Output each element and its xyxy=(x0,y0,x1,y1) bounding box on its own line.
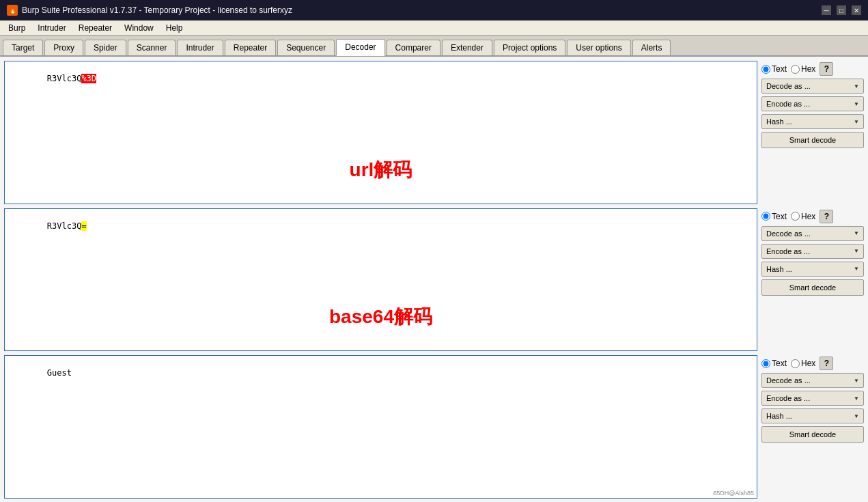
text-content-1[interactable]: R3Vlc3Q%3D xyxy=(8,64,754,93)
decoder-row-3: Guest 65DH@Alsh85 Text Hex ? Decode as .… xyxy=(4,355,864,499)
menu-item-intruder[interactable]: Intruder xyxy=(32,22,71,34)
radio-text-1[interactable]: Text xyxy=(761,64,787,74)
decoder-row-2: R3Vlc3Q= base64解码 Text Hex ? Decode as .… xyxy=(4,208,864,352)
smart-decode-button-3[interactable]: Smart decode xyxy=(761,426,864,443)
tab-alerts[interactable]: Alerts xyxy=(632,40,671,55)
help-button-2[interactable]: ? xyxy=(820,210,833,223)
annotation-1: url解码 xyxy=(350,157,412,183)
title-bar-controls: ─ □ ✕ xyxy=(822,5,861,15)
menu-item-burp[interactable]: Burp xyxy=(3,22,31,34)
decode-as-button-3[interactable]: Decode as ... ▼ xyxy=(761,373,864,388)
menu-item-help[interactable]: Help xyxy=(160,22,188,34)
help-button-1[interactable]: ? xyxy=(820,62,833,76)
text-prefix-1: R3Vlc3Q xyxy=(47,74,82,83)
radio-hex-3[interactable]: Hex xyxy=(791,359,815,368)
tab-spider[interactable]: Spider xyxy=(85,40,126,55)
title-bar-left: 🔥 Burp Suite Professional v1.7.37 - Temp… xyxy=(7,5,292,16)
encode-as-button-2[interactable]: Encode as ... ▼ xyxy=(761,244,864,259)
menu-item-repeater[interactable]: Repeater xyxy=(73,22,117,34)
close-button[interactable]: ✕ xyxy=(852,5,861,15)
decode-arrow-3: ▼ xyxy=(854,378,859,384)
decode-arrow-2: ▼ xyxy=(854,230,859,236)
hash-arrow-1: ▼ xyxy=(854,119,859,125)
decode-as-button-1[interactable]: Decode as ... ▼ xyxy=(761,79,864,94)
decode-as-button-2[interactable]: Decode as ... ▼ xyxy=(761,226,864,241)
help-button-3[interactable]: ? xyxy=(820,357,833,370)
hash-button-2[interactable]: Hash ... ▼ xyxy=(761,262,864,277)
text-content-2[interactable]: R3Vlc3Q= xyxy=(8,212,754,240)
title-bar: 🔥 Burp Suite Professional v1.7.37 - Temp… xyxy=(0,0,868,20)
tab-extender[interactable]: Extender xyxy=(442,40,492,55)
text-panel-2: R3Vlc3Q= base64解码 xyxy=(4,208,757,352)
tab-decoder[interactable]: Decoder xyxy=(336,39,384,56)
tab-scanner[interactable]: Scanner xyxy=(128,40,176,55)
text-highlight-2: = xyxy=(81,221,86,231)
smart-decode-button-2[interactable]: Smart decode xyxy=(761,279,864,296)
encode-arrow-2: ▼ xyxy=(854,248,859,254)
maximize-button[interactable]: □ xyxy=(837,5,846,15)
smart-decode-button-1[interactable]: Smart decode xyxy=(761,132,864,148)
text-prefix-2: R3Vlc3Q xyxy=(47,221,82,231)
tab-comparer[interactable]: Comparer xyxy=(387,40,440,55)
radio-hex-input-2[interactable] xyxy=(791,212,800,221)
radio-hex-1[interactable]: Hex xyxy=(791,64,815,74)
tab-project-options[interactable]: Project options xyxy=(494,40,565,55)
decoder-row-1: R3Vlc3Q%3D url解码 Text Hex ? Decode as ..… xyxy=(4,61,864,204)
radio-text-input-1[interactable] xyxy=(761,65,770,74)
text-highlight-1: %3D xyxy=(81,74,96,83)
app-icon: 🔥 xyxy=(7,5,18,16)
encode-as-button-1[interactable]: Encode as ... ▼ xyxy=(761,96,864,111)
tab-proxy[interactable]: Proxy xyxy=(44,40,83,55)
tab-user-options[interactable]: User options xyxy=(567,40,630,55)
controls-panel-2: Text Hex ? Decode as ... ▼ Encode as ...… xyxy=(761,208,864,352)
title-text: Burp Suite Professional v1.7.37 - Tempor… xyxy=(22,5,292,15)
text-content-3[interactable]: Guest xyxy=(8,359,754,387)
radio-text-input-3[interactable] xyxy=(761,359,770,368)
radio-group-1: Text Hex ? xyxy=(761,62,864,76)
hash-arrow-3: ▼ xyxy=(854,413,859,419)
radio-hex-2[interactable]: Hex xyxy=(791,212,815,221)
controls-panel-3: Text Hex ? Decode as ... ▼ Encode as ...… xyxy=(761,355,864,499)
watermark: 65DH@Alsh85 xyxy=(713,490,754,497)
text-panel-3: Guest 65DH@Alsh85 xyxy=(4,355,757,499)
text-result-3: Guest xyxy=(47,368,72,378)
text-panel-1: R3Vlc3Q%3D url解码 xyxy=(4,61,757,204)
encode-as-button-3[interactable]: Encode as ... ▼ xyxy=(761,391,864,406)
tab-intruder[interactable]: Intruder xyxy=(177,40,223,55)
tab-bar: Target Proxy Spider Scanner Intruder Rep… xyxy=(0,36,868,57)
annotation-2: base64解码 xyxy=(329,304,432,330)
radio-text-input-2[interactable] xyxy=(761,212,770,221)
radio-group-2: Text Hex ? xyxy=(761,210,864,223)
hash-button-1[interactable]: Hash ... ▼ xyxy=(761,114,864,129)
decode-arrow-1: ▼ xyxy=(854,83,859,89)
radio-group-3: Text Hex ? xyxy=(761,357,864,370)
encode-arrow-1: ▼ xyxy=(854,101,859,107)
menu-bar: Burp Intruder Repeater Window Help xyxy=(0,20,868,36)
encode-arrow-3: ▼ xyxy=(854,395,859,402)
controls-panel-1: Text Hex ? Decode as ... ▼ Encode as ...… xyxy=(761,61,864,204)
radio-text-3[interactable]: Text xyxy=(761,359,787,368)
decoder-main: R3Vlc3Q%3D url解码 Text Hex ? Decode as ..… xyxy=(0,57,868,502)
radio-hex-input-3[interactable] xyxy=(791,359,800,368)
tab-sequencer[interactable]: Sequencer xyxy=(277,40,335,55)
tab-target[interactable]: Target xyxy=(3,40,43,55)
hash-arrow-2: ▼ xyxy=(854,266,859,272)
hash-button-3[interactable]: Hash ... ▼ xyxy=(761,408,864,423)
menu-item-window[interactable]: Window xyxy=(119,22,159,34)
radio-hex-input-1[interactable] xyxy=(791,65,800,74)
radio-text-2[interactable]: Text xyxy=(761,212,787,221)
tab-repeater[interactable]: Repeater xyxy=(225,40,276,55)
minimize-button[interactable]: ─ xyxy=(822,5,831,15)
